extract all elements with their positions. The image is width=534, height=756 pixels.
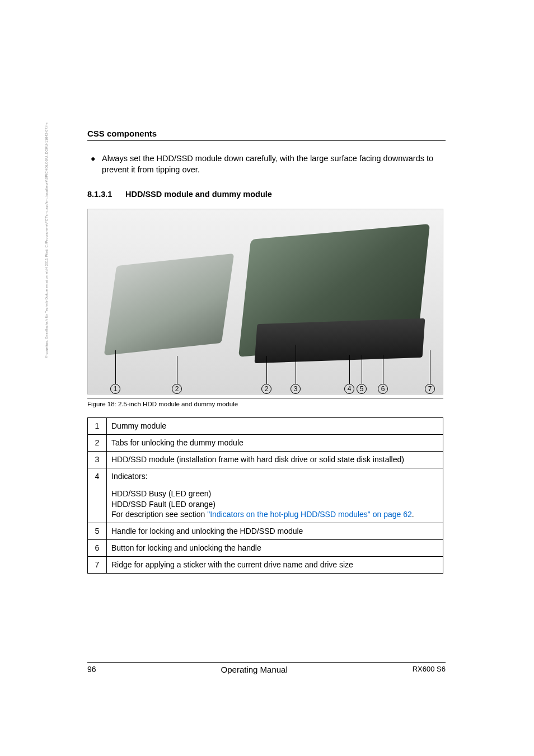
footer-rule: [87, 662, 446, 663]
indicator-desc-prefix: For description see section: [111, 510, 207, 519]
row-text: HDD/SSD module (installation frame with …: [107, 451, 443, 468]
row-text: Indicators: HDD/SSD Busy (LED green) HDD…: [107, 468, 443, 523]
row-text: Dummy module: [107, 418, 443, 435]
hdd-front-shape: [255, 318, 425, 363]
indicator-desc-suffix: .: [412, 510, 414, 519]
leader-line: [266, 356, 267, 384]
dummy-module-shape: [104, 253, 234, 355]
row-text: Tabs for unlocking the dummy module: [107, 435, 443, 452]
table-row: 2 Tabs for unlocking the dummy module: [88, 435, 443, 452]
page-footer: 96 Operating Manual RX600 S6: [87, 662, 446, 674]
table-row: 3 HDD/SSD module (installation frame wit…: [88, 451, 443, 468]
callout-2a: 2: [172, 384, 182, 394]
callout-2b: 2: [261, 384, 271, 394]
page-number: 96: [87, 665, 96, 674]
callout-1: 1: [110, 384, 120, 394]
row-number: 7: [88, 557, 107, 574]
bullet-text: Always set the HDD/SSD module down caref…: [102, 153, 446, 175]
leader-line: [115, 350, 116, 384]
table-row: 5 Handle for locking and unlocking the H…: [88, 523, 443, 540]
row-number: 2: [88, 435, 107, 452]
subsection-title: HDD/SSD module and dummy module: [125, 190, 272, 199]
subsection-number: 8.1.3.1: [87, 190, 125, 199]
table-row: 4 Indicators: HDD/SSD Busy (LED green) H…: [88, 468, 443, 523]
header-rule: [87, 140, 446, 141]
leader-line: [362, 355, 362, 384]
table-row: 7 Ridge for applying a sticker with the …: [88, 557, 443, 574]
callout-3: 3: [291, 384, 301, 394]
leader-line: [383, 355, 383, 384]
row-number: 4: [88, 468, 107, 523]
row-text: Ridge for applying a sticker with the cu…: [107, 557, 443, 574]
table-row: 1 Dummy module: [88, 418, 443, 435]
row-number: 5: [88, 523, 107, 540]
bullet-item: ● Always set the HDD/SSD module down car…: [91, 153, 446, 175]
figure-rule: [87, 398, 443, 398]
figure-image: 1 2 2 3 4 5 6 7: [87, 209, 443, 395]
indicator-line: HDD/SSD Fault (LED orange): [111, 500, 216, 509]
callout-6: 6: [378, 384, 388, 394]
description-table: 1 Dummy module 2 Tabs for unlocking the …: [87, 417, 443, 574]
bullet-marker: ●: [91, 153, 102, 175]
row-number: 3: [88, 451, 107, 468]
row-number: 1: [88, 418, 107, 435]
indicators-title: Indicators:: [111, 472, 148, 481]
subsection-heading: 8.1.3.1 HDD/SSD module and dummy module: [87, 190, 446, 199]
row-number: 6: [88, 540, 107, 557]
indicator-line: HDD/SSD Busy (LED green): [111, 489, 211, 498]
callout-7: 7: [425, 384, 435, 394]
callout-5: 5: [357, 384, 367, 394]
main-content: CSS components ● Always set the HDD/SSD …: [87, 129, 446, 574]
footer-center: Operating Manual: [96, 665, 413, 674]
leader-line: [430, 350, 430, 384]
footer-model: RX600 S6: [413, 665, 446, 674]
leader-line: [349, 355, 350, 384]
callout-4: 4: [344, 384, 354, 394]
row-text: Handle for locking and unlocking the HDD…: [107, 523, 443, 540]
table-row: 6 Button for locking and unlocking the h…: [88, 540, 443, 557]
row-text: Button for locking and unlocking the han…: [107, 540, 443, 557]
leader-line: [296, 345, 296, 384]
running-header: CSS components: [87, 129, 446, 138]
figure-caption: Figure 18: 2.5-inch HDD module and dummy…: [87, 401, 446, 407]
cross-reference-link[interactable]: "Indicators on the hot-plug HDD/SSD modu…: [207, 510, 412, 519]
side-copyright: © cognitas. Gesellschaft für Technik-Dok…: [45, 123, 48, 358]
leader-line: [177, 356, 177, 384]
